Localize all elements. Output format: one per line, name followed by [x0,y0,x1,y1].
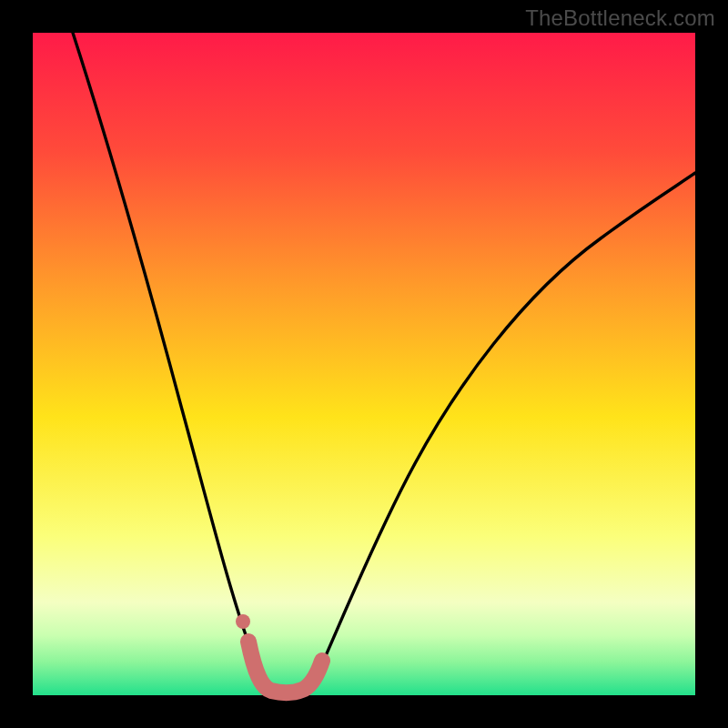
chart-svg [0,0,728,728]
watermark-text: TheBottleneck.com [525,5,715,31]
chart-frame: TheBottleneck.com [0,0,728,728]
highlight-start-dot [236,614,250,629]
plot-area [33,33,695,695]
